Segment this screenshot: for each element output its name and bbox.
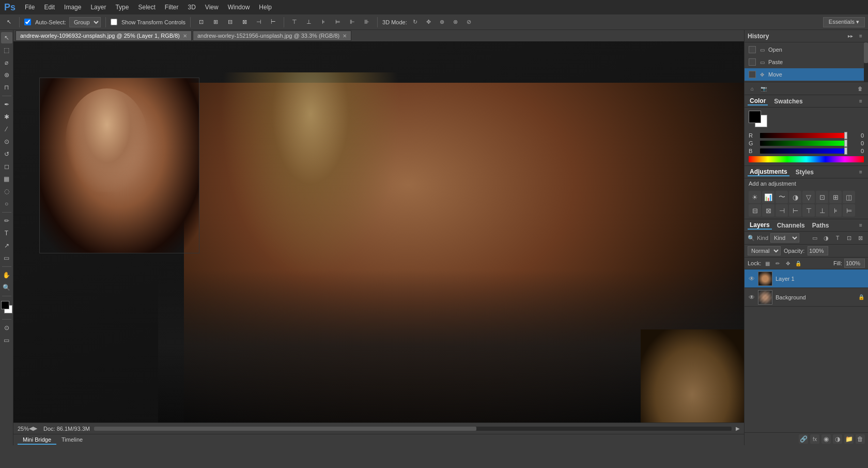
tab-1[interactable]: andrew-worley-1096932-unsplash.jpg @ 25%… <box>16 31 192 41</box>
lock-all-icon[interactable]: 🔒 <box>794 259 802 267</box>
distribute-right-icon[interactable]: ⊪ <box>361 17 373 28</box>
fg-color-swatch[interactable] <box>1 301 9 309</box>
adj-photo-filter-icon[interactable]: ⊟ <box>749 204 761 217</box>
adj-selective-color-icon[interactable]: ⊨ <box>843 204 855 217</box>
channel-g-thumb[interactable] <box>844 140 847 147</box>
quick-select-tool[interactable]: ⊛ <box>1 69 12 81</box>
zoom-nav-prev[interactable]: ◀ <box>29 425 33 432</box>
channel-b-slider[interactable] <box>760 148 847 154</box>
menu-window[interactable]: Window <box>224 3 254 12</box>
layers-kind-dropdown[interactable]: Kind Name Effect <box>770 233 799 243</box>
shape-tool[interactable]: ▭ <box>1 252 12 264</box>
layers-fx-btn[interactable]: fx <box>810 434 819 444</box>
3d-move-icon[interactable]: ✥ <box>424 17 434 27</box>
background-visibility-icon[interactable]: 👁 <box>748 293 756 301</box>
layers-tab-channels[interactable]: Channels <box>775 222 807 229</box>
layers-delete-btn[interactable]: 🗑 <box>856 434 865 444</box>
history-new-doc-btn[interactable]: 📷 <box>759 84 768 93</box>
adj-levels-icon[interactable]: 📊 <box>762 191 774 203</box>
3d-scale-icon[interactable]: ⊕ <box>437 17 447 27</box>
adj-invert-icon[interactable]: ⊢ <box>789 204 801 217</box>
menu-file[interactable]: File <box>21 3 39 12</box>
layers-filter-adj-icon[interactable]: ◑ <box>822 233 831 243</box>
menu-filter[interactable]: Filter <box>161 3 183 12</box>
history-delete-btn[interactable]: 🗑 <box>856 84 865 93</box>
auto-select-checkbox[interactable] <box>24 19 31 25</box>
adj-threshold-icon[interactable]: ⊥ <box>816 204 828 217</box>
quick-mask-btn[interactable]: ⊙ <box>1 322 12 334</box>
tab-2-close[interactable]: ✕ <box>343 33 347 39</box>
align-top-icon[interactable]: ⊡ <box>195 17 207 28</box>
distribute-left-icon[interactable]: ⊨ <box>332 17 344 28</box>
layers-tab-layers[interactable]: Layers <box>748 221 772 230</box>
layers-group-btn[interactable]: 📁 <box>844 434 854 444</box>
adj-curves-icon[interactable]: 〜 <box>776 191 788 203</box>
menu-image[interactable]: Image <box>60 3 85 12</box>
opacity-input[interactable] <box>808 246 828 255</box>
scrollbar-thumb[interactable] <box>94 427 476 431</box>
layer-item-background[interactable]: 👁 Background 🔒 <box>745 288 868 307</box>
history-expand-btn[interactable]: ▸▸ <box>846 32 855 40</box>
show-transform-checkbox[interactable] <box>111 19 117 25</box>
canvas-viewport[interactable] <box>13 41 744 422</box>
gradient-tool[interactable]: ▦ <box>1 173 12 185</box>
bottom-tab-bridge[interactable]: Mini Bridge <box>18 435 56 445</box>
fg-color-swatch-panel[interactable] <box>749 111 761 123</box>
menu-view[interactable]: View <box>201 3 223 12</box>
lasso-tool[interactable]: ⌀ <box>1 57 12 68</box>
scroll-right-icon[interactable]: ▶ <box>736 426 740 431</box>
adj-color-lookup-icon[interactable]: ⊣ <box>776 204 788 217</box>
color-spectrum[interactable] <box>749 156 864 162</box>
adj-exposure-icon[interactable]: ◑ <box>789 191 801 203</box>
move-tool[interactable]: ↖ <box>1 32 12 43</box>
lock-position-icon[interactable]: ✥ <box>784 259 792 267</box>
type-tool[interactable]: T <box>1 228 12 239</box>
3d-roll-icon[interactable]: ⊗ <box>451 17 461 27</box>
adj-bw-icon[interactable]: ◫ <box>843 191 855 203</box>
layers-filter-smart-icon[interactable]: ⊠ <box>856 233 865 243</box>
distribute-vert-icon[interactable]: ⊥ <box>303 17 315 28</box>
layers-filter-pixel-icon[interactable]: ▭ <box>810 233 819 243</box>
adj-hue-sat-icon[interactable]: ⊡ <box>816 191 828 203</box>
eyedropper-tool[interactable]: ✒ <box>1 99 12 110</box>
crop-tool[interactable]: ⊓ <box>1 82 12 93</box>
menu-edit[interactable]: Edit <box>40 3 59 12</box>
menu-3d[interactable]: 3D <box>184 3 200 12</box>
adj-vibrance-icon[interactable]: ▽ <box>802 191 815 203</box>
adj-posterize-icon[interactable]: ⊤ <box>802 204 815 217</box>
distribute-bottom-icon[interactable]: ⊧ <box>318 17 329 28</box>
history-menu-btn[interactable]: ≡ <box>857 32 865 40</box>
align-right-icon[interactable]: ⊢ <box>268 17 279 28</box>
layers-link-btn[interactable]: 🔗 <box>799 434 808 444</box>
clone-stamp-tool[interactable]: ⊙ <box>1 136 12 147</box>
history-scrollbar-thumb[interactable] <box>864 42 868 63</box>
layers-tab-paths[interactable]: Paths <box>810 222 831 229</box>
spot-heal-tool[interactable]: ✱ <box>1 111 12 123</box>
blur-tool[interactable]: ◌ <box>1 186 12 197</box>
lock-pixels-icon[interactable]: ▦ <box>763 259 771 267</box>
layers-filter-shape-icon[interactable]: ⊡ <box>844 233 854 243</box>
color-panel-menu-btn[interactable]: ≡ <box>857 97 865 105</box>
color-tab-swatches[interactable]: Swatches <box>772 98 804 105</box>
adj-gradient-map-icon[interactable]: ⊧ <box>829 204 842 217</box>
menu-help[interactable]: Help <box>255 3 276 12</box>
adj-color-balance-icon[interactable]: ⊞ <box>829 191 842 203</box>
menu-type[interactable]: Type <box>111 3 133 12</box>
marquee-tool[interactable]: ⬚ <box>1 44 12 56</box>
screen-mode-btn[interactable]: ▭ <box>1 335 12 346</box>
align-horiz-center-icon[interactable]: ⊣ <box>253 17 265 28</box>
auto-select-dropdown[interactable]: Group Layer <box>69 17 101 27</box>
pen-tool[interactable]: ✏ <box>1 215 12 227</box>
dodge-tool[interactable]: ○ <box>1 198 12 209</box>
channel-g-slider[interactable] <box>760 141 847 146</box>
hand-tool[interactable]: ✋ <box>1 269 12 281</box>
adj-panel-menu-btn[interactable]: ≡ <box>857 168 865 176</box>
history-item-move[interactable]: ✥ Move <box>745 68 868 81</box>
menu-select[interactable]: Select <box>134 3 159 12</box>
align-vert-center-icon[interactable]: ⊞ <box>210 17 221 28</box>
zoom-tool[interactable]: 🔍 <box>1 282 12 293</box>
color-tab-color[interactable]: Color <box>748 97 768 105</box>
align-left-icon[interactable]: ⊠ <box>239 17 250 28</box>
3d-slide-icon[interactable]: ⊘ <box>464 17 474 27</box>
distribute-top-icon[interactable]: ⊤ <box>289 17 300 28</box>
